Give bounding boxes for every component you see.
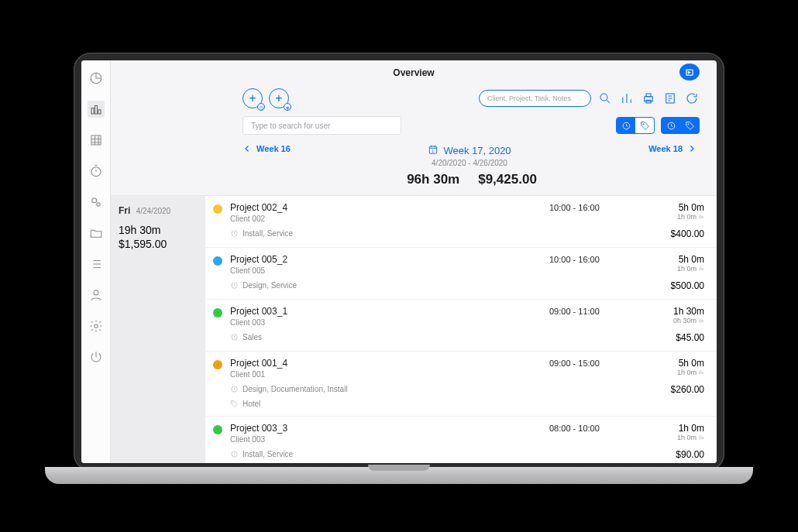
project-color-dot: [213, 204, 222, 214]
entry-time: 09:00 - 11:00: [549, 306, 635, 343]
entry-tags: Sales: [230, 333, 542, 342]
entry-tag-text: Sales: [242, 333, 262, 342]
refresh-icon[interactable]: [684, 91, 700, 106]
entry-main: Project 003_3 Client 003 Install, Servic…: [230, 423, 542, 460]
svg-point-19: [687, 123, 688, 124]
screen: Overview + ◷ + ◈ Client, Project, Task, …: [81, 60, 717, 463]
entry-main: Project 005_2 Client 005 Design, Service: [230, 254, 542, 291]
pie-chart-icon[interactable]: [88, 70, 105, 87]
search-icon[interactable]: [597, 91, 613, 106]
svg-rect-4: [91, 136, 101, 145]
entry-tag-text: Design, Documentation, Install: [242, 385, 348, 393]
week-nav: Week 16 1 Week 17, 2020 4/20/2020 - 4/26…: [111, 139, 717, 169]
entry-tags: Design, Documentation, Install: [230, 385, 542, 393]
toggle-clock-on[interactable]: [617, 118, 635, 133]
svg-point-8: [94, 290, 98, 295]
svg-point-6: [91, 198, 96, 203]
next-week-button[interactable]: Week 18: [648, 144, 697, 153]
add-time-button[interactable]: + ◷: [242, 88, 263, 108]
entry-right: 5h 0m 1h 0m $500.00: [642, 254, 704, 291]
timer-badge-icon[interactable]: [679, 63, 700, 81]
entry-duration: 5h 0m: [642, 358, 704, 369]
grid-icon[interactable]: [88, 132, 105, 149]
project-color-dot: [213, 360, 222, 369]
settings-icon[interactable]: [88, 317, 105, 335]
toolbar-row-2: Type to search for user: [111, 113, 717, 139]
svg-rect-13: [646, 94, 651, 97]
project-name: Project 003_3: [230, 423, 542, 434]
entry-break: 1h 0m: [642, 434, 704, 441]
gears-icon[interactable]: [88, 194, 105, 211]
week-center: 1 Week 17, 2020 4/20/2020 - 4/26/2020: [428, 144, 511, 167]
print-icon[interactable]: [641, 91, 656, 106]
entry-row[interactable]: Project 003_1 Client 003 Sales 09:00 - 1…: [205, 300, 717, 352]
entry-duration: 1h 0m: [642, 423, 704, 434]
folder-icon[interactable]: [88, 225, 105, 242]
next-week-label: Week 18: [648, 144, 683, 153]
toggle-tag-off[interactable]: [635, 118, 654, 133]
entry-amount: $260.00: [642, 384, 704, 395]
day-date: 4/24/2020: [136, 207, 171, 215]
list-icon[interactable]: [88, 256, 105, 273]
day-name: Fri: [119, 205, 130, 216]
toggle-tag-2[interactable]: [680, 118, 699, 133]
stats-icon[interactable]: [619, 91, 635, 106]
entry-extra-tag-text: Hotel: [242, 400, 260, 408]
client-name: Client 003: [230, 435, 542, 444]
stopwatch-icon[interactable]: [88, 163, 105, 180]
entry-tags: Install, Service: [230, 450, 542, 458]
entry-time: 09:00 - 15:00: [549, 358, 635, 408]
week-title-row[interactable]: 1 Week 17, 2020: [428, 144, 511, 157]
calendar-icon: 1: [428, 144, 439, 157]
week-range: 4/20/2020 - 4/26/2020: [428, 159, 511, 167]
toggle-clock-2[interactable]: [662, 118, 680, 133]
svg-point-17: [642, 123, 643, 124]
entry-tag-text: Install, Service: [242, 229, 293, 238]
entry-tags: Install, Service: [230, 229, 542, 238]
entry-main: Project 002_4 Client 002 Install, Servic…: [230, 202, 542, 239]
totals-row: 96h 30m $9,425.00: [111, 169, 717, 195]
svg-point-26: [232, 402, 233, 403]
entry-amount: $500.00: [642, 280, 704, 291]
user-search-input[interactable]: Type to search for user: [242, 116, 401, 135]
project-name: Project 005_2: [230, 254, 542, 265]
prev-week-button[interactable]: Week 16: [242, 144, 291, 153]
svg-point-7: [96, 203, 100, 207]
add-tag-button[interactable]: + ◈: [269, 88, 289, 108]
entry-break: 1h 0m: [642, 369, 704, 376]
day-duration: 19h 30m: [119, 224, 198, 236]
client-name: Client 001: [230, 370, 542, 379]
bar-chart-icon[interactable]: [88, 101, 105, 118]
svg-point-9: [94, 324, 98, 328]
clock-sub-icon: ◷: [257, 103, 265, 111]
entry-main: Project 003_1 Client 003 Sales: [230, 306, 542, 343]
entry-list: Project 002_4 Client 002 Install, Servic…: [205, 196, 717, 463]
toolbar: + ◷ + ◈ Client, Project, Task, Notes: [111, 85, 717, 113]
entry-duration: 1h 30m: [642, 306, 704, 317]
day-amount: $1,595.00: [119, 238, 198, 250]
power-icon[interactable]: [88, 348, 105, 366]
entry-row[interactable]: Project 005_2 Client 005 Design, Service…: [205, 248, 717, 300]
tag-sub-icon: ◈: [284, 103, 291, 111]
entry-right: 1h 30m 0h 30m $45.00: [642, 306, 704, 343]
view-toggle-2: [661, 117, 700, 134]
search-input[interactable]: Client, Project, Task, Notes: [479, 90, 591, 107]
total-amount: $9,425.00: [478, 172, 537, 187]
export-icon[interactable]: [662, 91, 678, 106]
total-duration: 96h 30m: [407, 172, 459, 187]
project-color-dot: [213, 425, 222, 434]
entry-amount: $90.00: [642, 449, 704, 460]
entry-row[interactable]: Project 001_4 Client 001 Design, Documen…: [205, 352, 717, 417]
entry-row[interactable]: Project 002_4 Client 002 Install, Servic…: [205, 196, 717, 248]
entry-break: 0h 30m: [642, 317, 704, 324]
entry-main: Project 001_4 Client 001 Design, Documen…: [230, 358, 542, 408]
user-icon[interactable]: [88, 287, 105, 304]
entry-row[interactable]: Project 003_3 Client 003 Install, Servic…: [205, 417, 717, 463]
view-toggle-1: [616, 117, 655, 134]
svg-rect-12: [645, 97, 653, 101]
page-title: Overview: [393, 67, 434, 78]
project-name: Project 003_1: [230, 306, 542, 317]
day-column: Fri 4/24/2020 19h 30m $1,595.00: [111, 196, 205, 463]
week-title: Week 17, 2020: [443, 145, 511, 156]
entry-time: 10:00 - 16:00: [549, 254, 635, 291]
